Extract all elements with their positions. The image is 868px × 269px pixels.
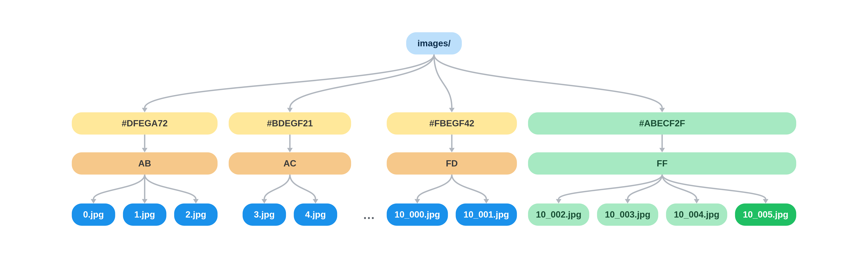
subdir-node: AC [229, 153, 351, 175]
svg-text:10_005.jpg: 10_005.jpg [743, 209, 788, 220]
svg-text:#FBEGF42: #FBEGF42 [429, 119, 474, 128]
file-node: 10_000.jpg [387, 204, 448, 226]
hash-node: #ABECF2F [528, 112, 796, 135]
svg-text:images/: images/ [417, 38, 451, 48]
file-node: 10_002.jpg [528, 204, 589, 226]
file-node: 10_004.jpg [666, 204, 727, 226]
svg-text:2.jpg: 2.jpg [185, 209, 206, 220]
file-node: 10_001.jpg [456, 204, 517, 226]
file-node: 3.jpg [243, 204, 286, 226]
file-node: 10_005.jpg [735, 204, 796, 226]
svg-text:#BDEGF21: #BDEGF21 [267, 119, 313, 128]
file-node: 10_003.jpg [597, 204, 658, 226]
subdir-node: FD [387, 153, 517, 175]
file-node: 0.jpg [72, 204, 115, 226]
svg-text:AC: AC [283, 159, 296, 168]
tree-diagram: images/#DFEGA72AB0.jpg1.jpg2.jpg#BDEGF21… [0, 0, 868, 269]
svg-text:1.jpg: 1.jpg [134, 209, 155, 220]
subdir-node: FF [528, 153, 796, 175]
svg-text:AB: AB [138, 159, 151, 168]
svg-text:10_000.jpg: 10_000.jpg [395, 209, 440, 220]
root-node: images/ [406, 32, 462, 55]
svg-text:0.jpg: 0.jpg [83, 209, 104, 220]
svg-text:10_004.jpg: 10_004.jpg [674, 209, 719, 220]
ellipsis: … [363, 208, 375, 222]
svg-text:10_002.jpg: 10_002.jpg [536, 209, 581, 220]
hash-node: #DFEGA72 [72, 112, 218, 135]
svg-text:10_003.jpg: 10_003.jpg [605, 209, 650, 220]
svg-text:#ABECF2F: #ABECF2F [639, 119, 685, 128]
file-node: 4.jpg [294, 204, 337, 226]
svg-text:10_001.jpg: 10_001.jpg [463, 209, 509, 220]
file-node: 2.jpg [174, 204, 218, 226]
svg-text:FD: FD [446, 159, 458, 168]
file-node: 1.jpg [123, 204, 166, 226]
svg-text:3.jpg: 3.jpg [254, 209, 275, 220]
hash-node: #BDEGF21 [229, 112, 351, 135]
svg-text:FF: FF [657, 159, 668, 168]
hash-node: #FBEGF42 [387, 112, 517, 135]
subdir-node: AB [72, 153, 218, 175]
svg-text:#DFEGA72: #DFEGA72 [122, 119, 167, 128]
svg-text:4.jpg: 4.jpg [305, 209, 326, 220]
